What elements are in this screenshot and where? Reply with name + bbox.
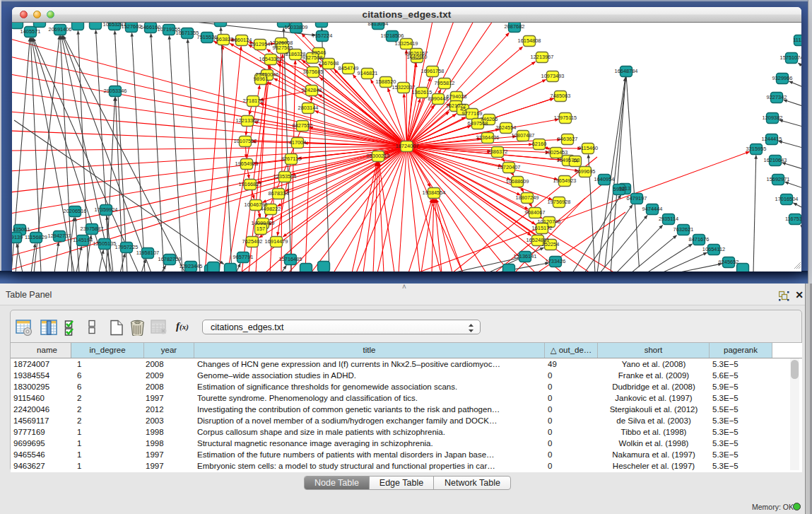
svg-text:1167533: 1167533 [785, 216, 801, 222]
svg-text:10107552: 10107552 [234, 138, 257, 144]
svg-text:19218506: 19218506 [381, 33, 404, 39]
svg-text:8454749: 8454749 [339, 65, 359, 71]
svg-text:11958107: 11958107 [136, 250, 159, 256]
svg-text:25300213: 25300213 [367, 153, 390, 159]
svg-text:1145194: 1145194 [73, 237, 93, 243]
svg-text:2367608: 2367608 [319, 60, 339, 66]
svg-text:1244415: 1244415 [762, 136, 782, 142]
svg-text:16671355: 16671355 [176, 30, 199, 36]
svg-text:21364436: 21364436 [476, 134, 500, 141]
svg-text:12923445: 12923445 [180, 263, 203, 269]
svg-text:8912954: 8912954 [250, 41, 271, 47]
svg-text:16210643: 16210643 [764, 157, 787, 163]
svg-text:9115460: 9115460 [578, 145, 598, 151]
svg-text:1405571: 1405571 [20, 28, 41, 35]
svg-text:16543362: 16543362 [259, 56, 283, 62]
svg-text:12213369: 12213369 [236, 117, 259, 124]
svg-text:17975115: 17975115 [554, 115, 577, 121]
svg-text:9084067: 9084067 [525, 209, 546, 216]
svg-text:10807487: 10807487 [512, 132, 535, 139]
svg-text:3624554: 3624554 [496, 124, 517, 131]
svg-text:19654923: 19654923 [235, 160, 259, 167]
svg-text:8990448: 8990448 [428, 95, 449, 102]
svg-text:1209382: 1209382 [763, 115, 783, 121]
svg-text:7955812: 7955812 [435, 80, 455, 86]
svg-text:23975887: 23975887 [81, 226, 104, 232]
svg-text:9860124: 9860124 [232, 37, 252, 43]
svg-text:12505135: 12505135 [93, 240, 117, 247]
svg-text:16961758: 16961758 [421, 68, 445, 74]
svg-text:15751074: 15751074 [780, 54, 801, 61]
svg-text:62160: 62160 [532, 141, 547, 147]
svg-text:7625402: 7625402 [242, 238, 263, 245]
svg-text:1733426: 1733426 [546, 258, 566, 264]
svg-text:1362615: 1362615 [412, 89, 433, 95]
svg-text:11156829: 11156829 [25, 234, 47, 240]
svg-text:9463627: 9463627 [558, 136, 578, 142]
svg-text:9245652: 9245652 [719, 259, 739, 265]
svg-text:2803144: 2803144 [298, 105, 319, 111]
svg-text:39139: 39139 [12, 234, 23, 240]
svg-text:10688609: 10688609 [506, 178, 529, 185]
svg-text:19384554: 19384554 [423, 189, 446, 196]
svg-text:18807249: 18807249 [516, 194, 539, 201]
svg-text:7357224: 7357224 [312, 33, 333, 39]
svg-text:9146821: 9146821 [358, 70, 378, 76]
svg-text:252254: 252254 [542, 241, 560, 247]
svg-text:16914479: 16914479 [265, 238, 288, 245]
svg-text:18724007: 18724007 [396, 143, 419, 149]
svg-text:19756928: 19756928 [548, 199, 571, 205]
svg-text:3675685: 3675685 [303, 69, 324, 75]
svg-text:17957225: 17957225 [115, 244, 139, 250]
svg-text:10025453: 10025453 [545, 149, 568, 156]
svg-text:1615172: 1615172 [532, 225, 553, 231]
svg-text:20691406: 20691406 [49, 26, 72, 33]
svg-text:9657791: 9657791 [233, 254, 254, 260]
svg-text:2087682: 2087682 [505, 23, 525, 30]
svg-text:13325419: 13325419 [395, 40, 418, 47]
svg-text:6479197: 6479197 [627, 195, 647, 201]
svg-text:16154808: 16154808 [518, 37, 541, 44]
svg-text:8427552: 8427552 [293, 122, 313, 129]
svg-text:9242848: 9242848 [302, 87, 322, 93]
svg-text:10120746: 10120746 [538, 218, 561, 225]
svg-text:746266: 746266 [481, 116, 498, 122]
svg-text:8267110: 8267110 [281, 156, 301, 162]
svg-text:7386372: 7386372 [488, 148, 508, 155]
svg-text:29053346: 29053346 [104, 88, 127, 94]
svg-text:18626157: 18626157 [405, 50, 428, 57]
svg-text:9227342: 9227342 [767, 94, 787, 100]
svg-text:16782759: 16782759 [158, 256, 182, 262]
svg-text:17016504: 17016504 [775, 196, 799, 202]
svg-text:9777169: 9777169 [462, 110, 483, 117]
svg-text:15720407: 15720407 [498, 164, 521, 170]
svg-text:1640954: 1640954 [594, 176, 615, 182]
svg-text:2718176: 2718176 [243, 98, 264, 104]
svg-text:7663822: 7663822 [213, 36, 234, 42]
svg-text:3215955: 3215955 [746, 146, 767, 152]
svg-text:157: 157 [257, 226, 265, 232]
svg-text:6794028: 6794028 [447, 93, 467, 100]
svg-text:9327505: 9327505 [273, 45, 293, 51]
svg-text:20206516: 20206516 [64, 208, 87, 214]
svg-text:8813054: 8813054 [368, 23, 389, 27]
svg-text:5938: 5938 [613, 186, 625, 192]
svg-text:8471676: 8471676 [689, 236, 710, 243]
svg-text:12353594: 12353594 [273, 173, 297, 180]
svg-text:9474444: 9474444 [642, 206, 663, 212]
svg-text:1527602: 1527602 [122, 23, 142, 30]
svg-text:11124: 11124 [793, 37, 801, 43]
svg-text:19654923: 19654923 [553, 177, 577, 184]
svg-text:1435061: 1435061 [12, 226, 30, 233]
svg-text:16648784: 16648784 [615, 68, 638, 74]
svg-text:17359924: 17359924 [95, 206, 118, 213]
svg-text:16033809: 16033809 [285, 24, 308, 30]
svg-text:9329966: 9329966 [772, 75, 793, 81]
svg-text:19166827: 19166827 [239, 181, 262, 187]
svg-text:12213967: 12213967 [531, 54, 554, 60]
svg-text:4498222: 4498222 [261, 206, 281, 212]
svg-text:15692971: 15692971 [767, 176, 790, 182]
svg-text:9699695: 9699695 [575, 168, 596, 175]
svg-text:7485063: 7485063 [551, 93, 571, 99]
svg-text:417004: 417004 [289, 139, 307, 146]
